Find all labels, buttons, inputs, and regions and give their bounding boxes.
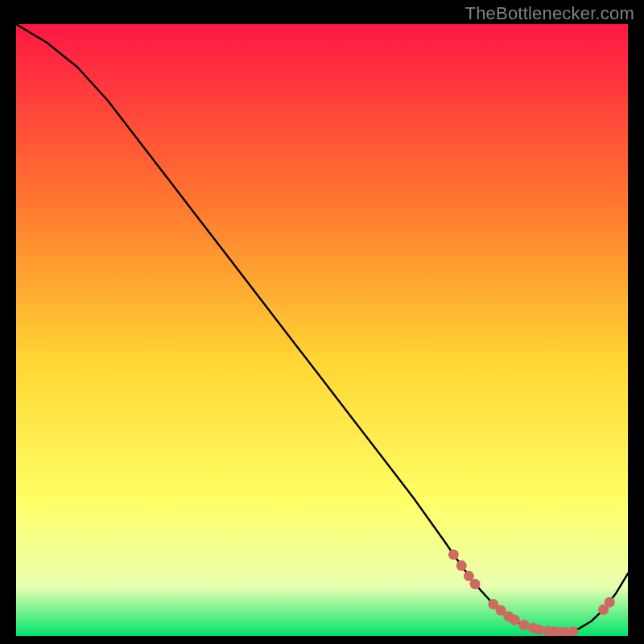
scatter-point xyxy=(456,560,467,571)
chart-plot xyxy=(16,24,628,636)
scatter-point xyxy=(534,625,544,635)
scatter-point xyxy=(470,579,481,589)
chart-svg xyxy=(16,24,628,636)
scatter-point xyxy=(510,615,520,625)
scatter-point xyxy=(518,620,529,630)
scatter-point xyxy=(448,549,459,559)
gradient-background xyxy=(16,24,628,636)
scatter-point xyxy=(605,597,615,608)
chart-stage: TheBottlenecker.com xyxy=(0,0,644,644)
attribution-text: TheBottlenecker.com xyxy=(465,3,634,24)
